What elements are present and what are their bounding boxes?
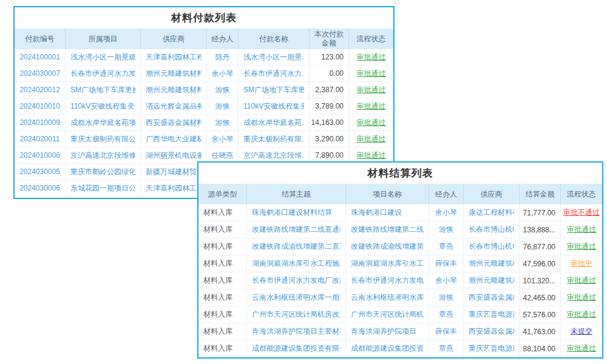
payment-name-link[interactable]: 成都水岸华庭名苑... [243, 118, 304, 128]
payment-name-link[interactable]: 长春市伊通河水力... [243, 69, 304, 79]
payment-name-link[interactable]: SM广场地下车库更... [243, 85, 304, 95]
supplier-link[interactable]: 长春市博山机电设备... [469, 224, 514, 235]
project-name-link[interactable]: 云南水利枢纽潜明水库一... [351, 292, 424, 303]
supplier-link[interactable]: 西安盛器金属材料有... [469, 292, 514, 303]
handler-link[interactable]: 薛保丰 [435, 258, 457, 269]
payment-no-link[interactable]: 2024010010 [19, 102, 60, 110]
handler-link[interactable]: 章燕 [439, 343, 453, 354]
supplier-link[interactable]: 潮州元顺建筑材料有... [469, 258, 514, 269]
flow-status-link[interactable]: 审批中 [571, 258, 592, 269]
settlement-subject-link[interactable]: 青海洪湖养护院项目主要材料结算 [252, 326, 341, 337]
supplier-link[interactable]: 天津嘉利园林工程有限... [146, 52, 202, 62]
handler-link[interactable]: 游恢 [439, 224, 453, 235]
payment-name-link[interactable]: 110kV安徽线程集变... [243, 101, 304, 112]
payment-no-link[interactable]: 2024030005 [19, 167, 60, 176]
supplier-link[interactable]: 湖州丽景机电设备有限... [146, 150, 202, 161]
project-link[interactable]: 重庆太极制药有限公司... [70, 134, 135, 144]
supplier-link[interactable]: 天津嘉利园林工程有 [146, 183, 202, 194]
project-name-link[interactable]: 改建铁路成渝线增建第二... [351, 241, 424, 252]
supplier-link[interactable]: 新疆万城建材贸易有 [146, 167, 202, 177]
supplier-link[interactable]: 康达工程材料有限公司 [469, 207, 514, 218]
settlement-subject-link[interactable]: 广州市天河区统计局机房改造项目... [252, 309, 341, 320]
payment-name-link[interactable]: 京沪高速北京段维... [243, 150, 304, 161]
handler-link[interactable]: 任晓燕 [212, 150, 234, 161]
project-name-link[interactable]: 成都能源建设集团投资有... [351, 343, 424, 354]
payment-name-link[interactable]: 重庆太极制药有限... [243, 134, 304, 144]
project-link[interactable]: 东城花园一期项目公寓... [70, 183, 135, 194]
flow-status-link[interactable]: 审批通过 [357, 52, 386, 62]
supplier-link[interactable]: 重庆艺普电源设备有... [469, 309, 514, 320]
payment-no-link[interactable]: 2024100001 [19, 53, 60, 61]
handler-link[interactable]: 章燕 [439, 309, 453, 320]
handler-link[interactable]: 余小琴 [212, 69, 234, 79]
handler-link[interactable]: 游恢 [439, 292, 453, 303]
flow-status-link[interactable]: 审批不通过 [563, 207, 600, 218]
project-name-link[interactable]: 青海洪湖养护院项目 [351, 326, 416, 337]
payment-amount-value: 123.00 [321, 53, 344, 61]
handler-link[interactable]: 游恢 [215, 85, 230, 95]
handler-link[interactable]: 游恢 [215, 118, 230, 128]
project-link[interactable]: 京沪高速北京段维修 [70, 150, 135, 161]
supplier-link[interactable]: 长春市博山机电设备... [469, 241, 514, 252]
settlement-subject-link[interactable]: 改建铁路线增建第二线直通线（成... [252, 224, 341, 235]
settlement-subject-link[interactable]: 云南水利枢纽潜明水库一期工程施... [252, 292, 341, 303]
handler-link[interactable]: 章燕 [439, 241, 453, 252]
payment-no-link[interactable]: 2024020012 [19, 86, 60, 94]
supplier-link[interactable]: 潮州元顺建筑材料有限... [146, 69, 202, 79]
column-header-payment-amount: 本次付款 金额 [310, 29, 349, 49]
project-link[interactable]: SM广场地下车库更换摄... [70, 85, 135, 95]
project-name-link[interactable]: 湖南洞庭湖水库引水工程... [351, 258, 424, 269]
flow-status-link[interactable]: 审批通过 [357, 118, 386, 128]
payment-no-link[interactable]: 2024010009 [19, 118, 60, 127]
flow-status-link[interactable]: 审批通过 [357, 134, 386, 144]
handler-link[interactable]: 游恢 [215, 101, 230, 112]
source-type-label: 材料入库 [203, 292, 232, 303]
supplier-link[interactable]: 重庆艺普电源设备有... [469, 343, 514, 354]
supplier-link[interactable]: 潮州元顺建筑材料有... [469, 275, 514, 286]
payment-name-link[interactable]: 浅水湾小区一期景... [243, 52, 304, 62]
settlement-amount-value: 41,763.00 [523, 328, 555, 336]
supplier-link[interactable]: 清远光辉金属品有限公司 [146, 101, 202, 112]
flow-status-link[interactable]: 未提交 [571, 326, 592, 337]
flow-status-link[interactable]: 审批通过 [357, 101, 386, 112]
settlement-subject-link[interactable]: 珠海鹤港口建设材料结算 [252, 207, 332, 218]
flow-status-link[interactable]: 审批通过 [567, 241, 596, 252]
handler-link[interactable]: 余小琴 [435, 275, 457, 286]
payment-no-link[interactable]: 2024030006 [19, 184, 60, 192]
payment-no-link[interactable]: 2024020011 [20, 135, 60, 143]
project-link[interactable]: 重庆市鹅岭公园绿化景... [70, 167, 135, 177]
supplier-link[interactable]: 西安盛器金属材料有限... [146, 118, 202, 128]
column-header-project: 所属项目 [66, 29, 141, 49]
flow-status-link[interactable]: 审批通过 [567, 275, 596, 286]
project-link[interactable]: 110kV安徽线程集变开断... [70, 101, 135, 112]
supplier-link[interactable]: 广西华电大业建材有限... [146, 134, 202, 144]
project-name-link[interactable]: 改建铁路线增建第二线直... [351, 224, 424, 235]
payment-no-link[interactable]: 2024010008 [19, 151, 60, 160]
flow-status-link[interactable]: 审批通过 [567, 292, 596, 303]
settlement-subject-link[interactable]: 改建铁路成渝线增建第二直通线（... [252, 241, 341, 252]
flow-status-link[interactable]: 审批通过 [567, 309, 596, 320]
supplier-link[interactable]: 西安盛器金属材料有... [469, 326, 514, 337]
handler-link[interactable]: 余小琴 [212, 134, 234, 144]
flow-status-link[interactable]: 审批通过 [567, 224, 596, 235]
settlement-subject-link[interactable]: 长春市伊通河水力发电厂改建工程... [252, 275, 341, 286]
flow-status-link[interactable]: 审批通过 [357, 69, 386, 79]
flow-status-link[interactable]: 审批通过 [357, 85, 386, 95]
project-link[interactable]: 浅水湾小区一期景观提... [70, 52, 135, 62]
flow-status-link[interactable]: 审批通过 [357, 150, 386, 161]
project-link[interactable]: 长春市伊通河水力发电... [70, 69, 135, 79]
payment-amount-value: 7,890.00 [315, 151, 344, 160]
project-name-link[interactable]: 长春市伊通河水力发电厂... [351, 275, 424, 286]
handler-link[interactable]: 薛保丰 [435, 326, 457, 337]
flow-status-link[interactable]: 审批通过 [567, 343, 596, 354]
project-name-link[interactable]: 广州市天河区统计局机房... [351, 309, 424, 320]
payment-no-link[interactable]: 2024030007 [19, 69, 60, 78]
handler-link[interactable]: 余小琴 [435, 207, 457, 218]
project-name-link[interactable]: 珠海鹤港口建设 [351, 207, 402, 218]
column-header-settlement-amount: 结算金额 [520, 184, 561, 204]
handler-link[interactable]: 陈丹 [215, 52, 230, 62]
settlement-subject-link[interactable]: 湖南洞庭湖水库引水工程施工标材... [252, 258, 341, 269]
supplier-link[interactable]: 潮州元顺建筑材料有限... [146, 85, 202, 95]
project-link[interactable]: 成都水岸华庭名苑项目... [70, 118, 135, 128]
settlement-subject-link[interactable]: 成都能源建设集团投资有限公司临... [252, 343, 341, 354]
